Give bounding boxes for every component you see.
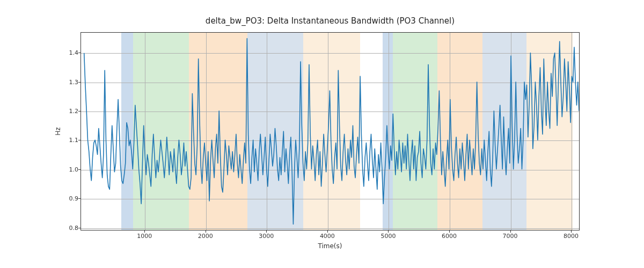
y-tick — [78, 169, 80, 170]
y-axis-label: Hz — [53, 32, 63, 230]
y-tick — [78, 82, 80, 83]
data-line — [84, 39, 579, 224]
plot-area — [80, 32, 580, 230]
line-layer — [81, 33, 579, 230]
y-tick — [78, 140, 80, 140]
y-tick — [78, 111, 80, 111]
y-tick-label: 1.2 — [63, 107, 78, 114]
x-tick-label: 5000 — [380, 233, 396, 240]
y-tick-label: 0.9 — [63, 195, 78, 202]
y-tick-label: 1.0 — [63, 166, 78, 173]
x-tick-label: 7000 — [503, 233, 518, 240]
y-tick-label: 1.3 — [63, 78, 78, 85]
x-tick-label: 3000 — [259, 233, 274, 240]
x-tick-label: 6000 — [442, 233, 457, 240]
y-tick — [78, 228, 80, 228]
x-tick-label: 4000 — [320, 233, 335, 240]
x-tick-label: 1000 — [137, 233, 152, 240]
figure: delta_bw_PO3: Delta Instantaneous Bandwi… — [0, 0, 644, 268]
x-tick-label: 2000 — [198, 233, 213, 240]
x-axis-label: Time(s) — [80, 242, 580, 250]
chart-title: delta_bw_PO3: Delta Instantaneous Bandwi… — [80, 16, 580, 26]
y-tick-label: 1.4 — [63, 49, 78, 56]
y-tick-label: 1.1 — [63, 137, 78, 144]
y-tick-label: 0.8 — [63, 224, 78, 231]
x-tick-label: 8000 — [564, 233, 579, 240]
y-tick — [78, 53, 80, 53]
y-tick — [78, 198, 80, 199]
